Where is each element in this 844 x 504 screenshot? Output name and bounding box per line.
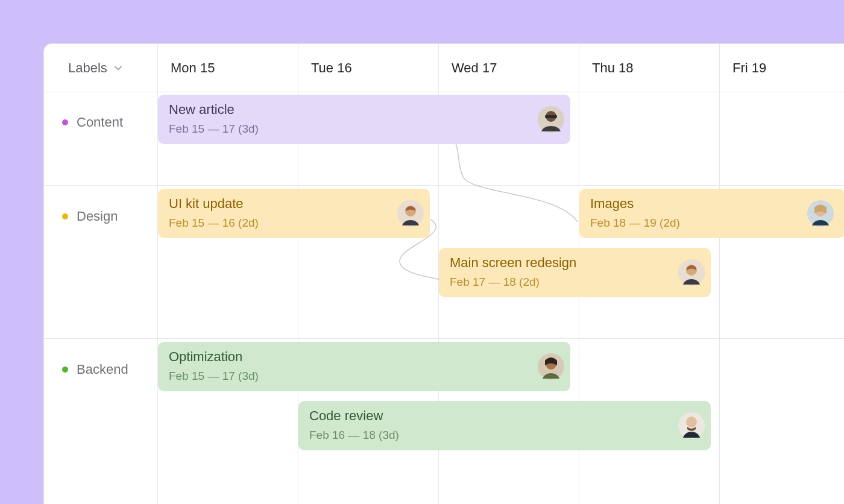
day-header: Tue 16 xyxy=(298,44,438,92)
category-dot-icon xyxy=(62,367,68,373)
day-label: Thu 18 xyxy=(592,60,634,76)
task-date-range: Feb 16 — 18 (3d) xyxy=(309,429,700,442)
task-card-ui-kit-update[interactable]: UI kit update Feb 15 — 16 (2d) xyxy=(158,189,430,238)
task-card-images[interactable]: Images Feb 18 — 19 (2d) xyxy=(579,189,844,238)
category-text: Content xyxy=(77,115,123,130)
labels-dropdown-text: Labels xyxy=(68,60,107,76)
avatar[interactable] xyxy=(807,200,834,227)
task-date-range: Feb 15 — 16 (2d) xyxy=(169,216,419,230)
task-title: Code review xyxy=(309,408,700,424)
category-label-content: Content xyxy=(44,115,157,130)
task-card-optimization[interactable]: Optimization Feb 15 — 17 (3d) xyxy=(158,342,570,391)
avatar[interactable] xyxy=(538,353,564,380)
task-card-new-article[interactable]: New article Feb 15 — 17 (3d) xyxy=(158,95,570,144)
gridline-horizontal xyxy=(44,185,844,186)
category-label-backend: Backend xyxy=(44,362,157,377)
task-title: Images xyxy=(590,196,834,212)
day-header: Wed 17 xyxy=(438,44,579,92)
avatar[interactable] xyxy=(678,412,705,439)
task-title: Main screen redesign xyxy=(450,255,700,271)
task-card-code-review[interactable]: Code review Feb 16 — 18 (3d) xyxy=(298,401,711,450)
avatar[interactable] xyxy=(538,106,564,133)
task-date-range: Feb 15 — 17 (3d) xyxy=(169,122,559,136)
labels-dropdown[interactable]: Labels xyxy=(44,44,157,92)
svg-rect-2 xyxy=(545,115,557,118)
category-text: Design xyxy=(77,209,118,224)
svg-point-12 xyxy=(686,417,697,427)
avatar[interactable] xyxy=(397,200,424,227)
task-title: UI kit update xyxy=(169,196,419,212)
day-header: Fri 19 xyxy=(719,44,844,92)
task-card-main-screen-redesign[interactable]: Main screen redesign Feb 17 — 18 (2d) xyxy=(439,248,711,297)
day-header: Mon 15 xyxy=(157,44,298,92)
day-label: Mon 15 xyxy=(171,60,215,76)
avatar[interactable] xyxy=(678,259,705,286)
day-header: Thu 18 xyxy=(579,44,719,92)
task-date-range: Feb 17 — 18 (2d) xyxy=(450,276,700,289)
task-title: New article xyxy=(169,102,559,118)
category-text: Backend xyxy=(77,362,128,377)
category-label-design: Design xyxy=(44,209,157,224)
task-date-range: Feb 18 — 19 (2d) xyxy=(590,216,834,230)
task-date-range: Feb 15 — 17 (3d) xyxy=(169,370,559,383)
category-dot-icon xyxy=(62,119,68,125)
task-title: Optimization xyxy=(169,349,559,365)
category-dot-icon xyxy=(62,213,68,219)
day-label: Tue 16 xyxy=(311,60,352,76)
gridline-horizontal xyxy=(44,338,844,339)
day-label: Fri 19 xyxy=(732,60,766,76)
timeline-header: Labels Mon 15 Tue 16 Wed 17 Thu 18 Fri 1… xyxy=(44,44,844,92)
day-label: Wed 17 xyxy=(452,60,497,76)
gridline-vertical xyxy=(719,44,720,504)
chevron-down-icon xyxy=(113,63,123,73)
timeline-board: Labels Mon 15 Tue 16 Wed 17 Thu 18 Fri 1… xyxy=(43,43,844,504)
